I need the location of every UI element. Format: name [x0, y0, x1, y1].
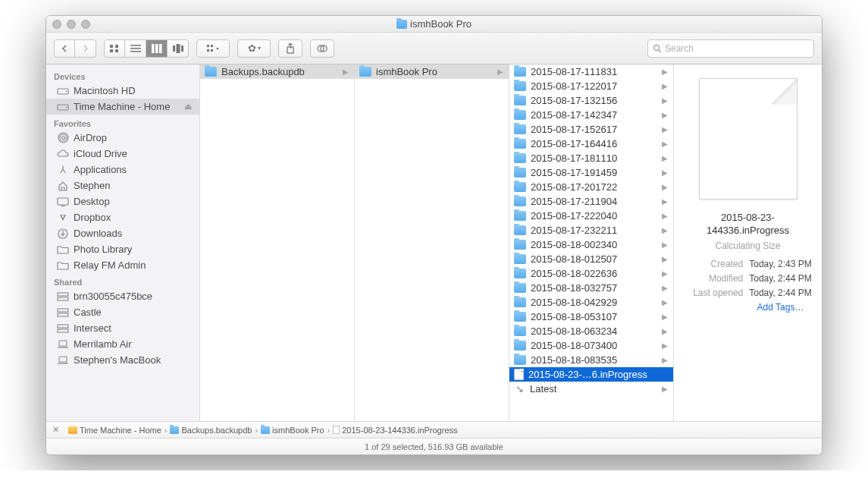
column-item[interactable]: 2015-08-18-053107▶ [509, 310, 673, 324]
column-item-label: 2015-08-23-…6.inProgress [528, 369, 647, 380]
column-item[interactable]: ↘Latest▶ [509, 382, 673, 396]
sidebar-item[interactable]: Desktop [46, 193, 199, 209]
column-item[interactable]: Backups.backupdb▶ [200, 64, 354, 79]
sidebar-item[interactable]: Merrilamb Air [46, 336, 199, 352]
desktop-icon [57, 196, 69, 207]
column-item[interactable]: 2015-08-17-111831▶ [509, 64, 673, 79]
column-item[interactable]: 2015-08-17-152617▶ [509, 122, 673, 137]
path-bar: ✕ Time Machine - Home›Backups.backupdb›i… [46, 421, 822, 438]
svg-rect-32 [58, 293, 68, 296]
sidebar-item-label: Applications [74, 164, 127, 175]
chevron-right-icon: ▶ [343, 68, 351, 76]
sidebar-item[interactable]: Stephen [46, 178, 199, 193]
column-2[interactable]: ismhBook Pro▶ [355, 64, 509, 421]
svg-rect-9 [159, 44, 162, 53]
column-item[interactable]: 2015-08-18-022636▶ [509, 266, 673, 281]
coverflow-view-button[interactable] [168, 39, 189, 58]
column-view-button[interactable] [146, 39, 168, 58]
column-item[interactable]: 2015-08-17-132156▶ [509, 93, 673, 108]
path-segment-label: ismhBook Pro [272, 426, 324, 435]
column-1[interactable]: Backups.backupdb▶ [200, 64, 355, 421]
sidebar-item[interactable]: Downloads [46, 225, 199, 241]
folder-icon [261, 426, 270, 434]
server-icon [57, 323, 69, 334]
column-item-label: 2015-08-18-073400 [531, 340, 617, 351]
column-item[interactable]: 2015-08-17-211904▶ [509, 194, 673, 209]
meta-value: Today, 2:43 PM [749, 257, 812, 272]
icon-view-button[interactable] [104, 39, 125, 58]
column-item[interactable]: 2015-08-17-232211▶ [509, 223, 673, 237]
sidebar-item[interactable]: ⛛Dropbox [46, 209, 199, 225]
column-item[interactable]: 2015-08-17-191459▶ [509, 165, 673, 180]
column-item-label: 2015-08-18-012507 [531, 253, 617, 265]
column-item[interactable]: 2015-08-18-032757▶ [509, 281, 673, 295]
column-item[interactable]: ismhBook Pro▶ [355, 64, 509, 79]
svg-rect-7 [152, 44, 155, 53]
column-item[interactable]: 2015-08-17-164416▶ [509, 137, 673, 151]
column-item[interactable]: 2015-08-17-222040▶ [509, 209, 673, 223]
path-segment[interactable]: Backups.backupdb [170, 426, 252, 435]
svg-point-25 [66, 106, 67, 108]
forward-button[interactable] [75, 39, 96, 58]
sidebar-item[interactable]: Intersect [46, 320, 199, 336]
sidebar-heading: Shared [46, 273, 199, 288]
meta-row: ModifiedToday, 2:44 PM [684, 272, 812, 286]
chevron-right-icon: ▶ [662, 327, 670, 335]
column-item[interactable]: 2015-08-18-012507▶ [509, 252, 673, 266]
arrange-button[interactable] [196, 39, 230, 58]
svg-rect-33 [58, 297, 68, 300]
sidebar-item[interactable]: Castle [46, 304, 199, 320]
action-button[interactable]: ✿ ▾ [237, 39, 271, 58]
sidebar-item[interactable]: Relay FM Admin [46, 257, 199, 273]
column-item[interactable]: 2015-08-18-083535▶ [509, 353, 673, 367]
column-item[interactable]: 2015-08-17-201722▶ [509, 180, 673, 194]
column-item[interactable]: 2015-08-17-181110▶ [509, 151, 673, 165]
sidebar-item[interactable]: Stephen's MacBook [46, 352, 199, 368]
path-bar-close[interactable]: ✕ [52, 425, 59, 435]
list-view-button[interactable] [125, 39, 146, 58]
folder-icon [514, 153, 526, 163]
share-button[interactable] [278, 39, 302, 58]
search-field[interactable] [647, 39, 814, 58]
folder-icon [514, 341, 526, 351]
svg-rect-14 [207, 49, 209, 52]
sidebar-item-label: Stephen [74, 180, 110, 191]
column-item[interactable]: 2015-08-18-063234▶ [509, 324, 673, 338]
add-tags-link[interactable]: Add Tags… [757, 302, 804, 313]
sidebar-item[interactable]: Macintosh HD [46, 83, 199, 99]
column-item[interactable]: 2015-08-17-142347▶ [509, 108, 673, 122]
svg-point-23 [66, 90, 67, 92]
column-item[interactable]: 2015-08-18-002340▶ [509, 237, 673, 252]
back-button[interactable] [54, 39, 75, 58]
status-text: 1 of 29 selected, 516.93 GB available [365, 442, 503, 451]
tags-button[interactable] [310, 39, 334, 58]
eject-icon[interactable]: ⏏ [184, 102, 192, 112]
chevron-right-icon: ▶ [662, 183, 670, 191]
sidebar-item[interactable]: Time Machine - Home⏏ [46, 99, 199, 115]
svg-rect-35 [58, 313, 68, 316]
gear-icon: ✿ [248, 42, 256, 54]
path-segment[interactable]: ismhBook Pro [261, 426, 324, 435]
search-input[interactable] [665, 43, 809, 54]
column-3[interactable]: 2015-08-17-111831▶2015-08-17-122017▶2015… [509, 64, 674, 421]
sidebar-item[interactable]: AirDrop [46, 130, 199, 146]
sidebar-item[interactable]: ⅄Applications [46, 162, 199, 178]
server-icon [57, 307, 69, 318]
laptop-icon [57, 355, 69, 366]
hdd-icon [57, 102, 69, 112]
path-segment[interactable]: 2015-08-23-144336.inProgress [333, 426, 457, 435]
status-bar: 1 of 29 selected, 516.93 GB available [46, 438, 822, 454]
column-item[interactable]: 2015-08-18-073400▶ [509, 338, 673, 353]
path-segment-label: Backups.backupdb [181, 426, 252, 435]
folder-icon [396, 20, 407, 29]
column-item[interactable]: 2015-08-17-122017▶ [509, 79, 673, 93]
column-item[interactable]: 2015-08-23-…6.inProgress [509, 367, 673, 382]
folder-icon [57, 260, 69, 271]
path-segment[interactable]: Time Machine - Home [68, 426, 161, 435]
folder-icon [514, 254, 526, 264]
svg-rect-38 [59, 341, 67, 346]
column-item[interactable]: 2015-08-18-042929▶ [509, 295, 673, 310]
sidebar-item[interactable]: Photo Library [46, 241, 199, 257]
sidebar-item[interactable]: brn30055c475bce [46, 288, 199, 304]
sidebar-item[interactable]: iCloud Drive [46, 146, 199, 162]
